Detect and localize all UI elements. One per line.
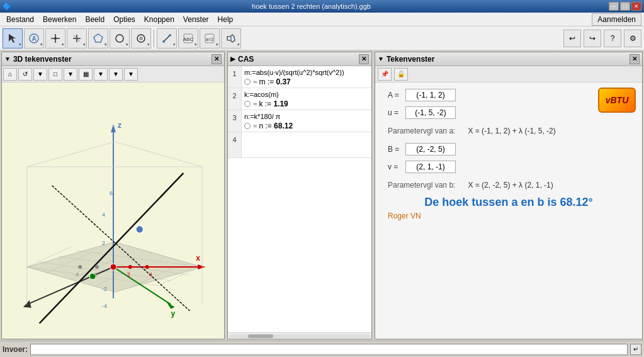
titlebar-icon: 🔷	[3, 3, 11, 11]
titlebar-title: hoek tussen 2 rechten (analytisch).ggb	[252, 3, 371, 10]
cas-row-3-content[interactable]: n:=k*180/ π ≈ n := 68.12	[242, 110, 371, 132]
canvas-3d[interactable]: z y x	[2, 82, 224, 339]
menu-bewerken[interactable]: Bewerken	[39, 14, 80, 25]
redo-button[interactable]: ↪	[584, 30, 601, 47]
aanmelden-button[interactable]: Aanmelden	[592, 13, 641, 26]
cas-triangle-icon: ▶	[230, 55, 235, 62]
label-A: A =	[388, 91, 400, 99]
cas-row-2-radio[interactable]	[244, 101, 251, 107]
panel-tek-close[interactable]: ✕	[630, 54, 640, 64]
svg-point-13	[162, 40, 165, 43]
menubar-items: Bestand Bewerken Beeld Opties Knoppen Ve…	[3, 14, 237, 25]
svg-text:-4: -4	[74, 271, 79, 278]
cas-row-4-content[interactable]	[242, 132, 371, 157]
param-a-line: Parametervgl van a: X = (-1, 1, 2) + λ (…	[388, 127, 630, 135]
tek-row-A: A = (-1, 1, 2)	[388, 89, 630, 101]
vbtu-badge: vBTU	[598, 88, 636, 113]
cas-row-2-result: ≈ k := 1.19	[253, 99, 288, 108]
transform-tool-button[interactable]: ▾	[67, 28, 87, 48]
menu-beeld[interactable]: Beeld	[81, 14, 108, 25]
svg-text:y: y	[171, 309, 175, 318]
circle-tool-button[interactable]: ▾	[110, 28, 130, 48]
panel-3d-toolbar: ⌂ ↺ ▼ □ ▼ ▦ ▼ ▼ ▼	[2, 66, 224, 82]
cas-row-1-content[interactable]: m:=abs(u·v)/(sqrt(u^2)*sqrt(v^2)) ≈ m :=…	[242, 66, 371, 88]
maximize-button[interactable]: □	[620, 2, 630, 11]
param-a-eq: X = (-1, 1, 2) + λ (-1, 5, -2)	[468, 127, 555, 135]
menu-bestand[interactable]: Bestand	[3, 14, 38, 25]
measure-tool-button[interactable]: ▾	[157, 28, 177, 48]
slider-tool-button[interactable]: ▾	[221, 28, 241, 48]
grid-button[interactable]: ▦	[79, 68, 93, 81]
cas-row-1-num: 1	[228, 66, 242, 88]
svg-text:2: 2	[127, 271, 130, 278]
minimize-button[interactable]: ─	[609, 2, 619, 11]
svg-point-65	[78, 265, 82, 269]
conic-tool-button[interactable]: ▾	[131, 28, 151, 48]
svg-text:4: 4	[102, 212, 105, 218]
select-tool-button[interactable]: ▾	[3, 28, 23, 48]
svg-text:2: 2	[102, 240, 105, 246]
svg-point-10	[137, 35, 145, 42]
cas-row-3-result: ≈ n := 68.12	[253, 122, 293, 130]
invoer-submit-button[interactable]: ↵	[630, 344, 641, 355]
cas-scroll-track	[229, 334, 370, 338]
svg-line-12	[164, 35, 170, 42]
svg-text:-2: -2	[102, 286, 107, 292]
polygon-tool-button[interactable]: ▾	[88, 28, 108, 48]
svg-text:ABC: ABC	[183, 37, 194, 42]
tek-row-u: u = (-1, 5, -2)	[388, 106, 630, 119]
svg-text:z: z	[118, 121, 121, 130]
svg-text:a=2: a=2	[206, 37, 213, 42]
tek-unlock-button[interactable]: 🔓	[394, 68, 408, 81]
cas-row-4[interactable]: 4	[228, 132, 371, 158]
value-A[interactable]: (-1, 1, 2)	[405, 89, 456, 101]
svg-point-14	[169, 34, 171, 37]
value-v[interactable]: (2, 1, -1)	[405, 161, 456, 173]
rotate-left-button[interactable]: ↺	[18, 68, 32, 81]
svg-point-62	[128, 265, 132, 269]
cas-row-2-content[interactable]: k:=acos(m) ≈ k := 1.19	[242, 88, 371, 110]
cas-row-1-input: m:=abs(u·v)/(sqrt(u^2)*sqrt(v^2))	[244, 67, 369, 77]
roger-text: Roger VN	[388, 212, 630, 220]
grid-dropdown[interactable]: ▼	[94, 68, 108, 81]
cas-row-3-radio[interactable]	[244, 123, 251, 129]
help-button[interactable]: ?	[604, 30, 621, 47]
cas-row-3-num: 3	[228, 110, 242, 132]
hoek-text: De hoek tussen a en b is 68.12°	[388, 196, 630, 209]
cas-row-2-output: ≈ k := 1.19	[244, 99, 369, 108]
cas-row-3-input: n:=k*180/ π	[244, 111, 369, 122]
label-v: v =	[388, 162, 400, 171]
close-button[interactable]: ✕	[631, 2, 641, 11]
menu-opties[interactable]: Opties	[110, 14, 139, 25]
panel-cas-close[interactable]: ✕	[359, 54, 369, 64]
svg-text:x: x	[196, 254, 200, 263]
home-button[interactable]: ⌂	[3, 68, 17, 81]
panel-tekenvenster: ▼ Tekenvenster ✕ 📌 🔓 vBTU A = (-1, 1, 2)…	[375, 52, 643, 339]
value-B[interactable]: (2, -2, 5)	[405, 143, 456, 156]
tek-section-a: A = (-1, 1, 2) u = (-1, 5, -2)	[388, 89, 630, 119]
undo-button[interactable]: ↩	[563, 30, 581, 47]
value-u[interactable]: (-1, 5, -2)	[405, 106, 456, 119]
tek-pin-button[interactable]: 📌	[378, 68, 392, 81]
rotate-dropdown[interactable]: ▼	[33, 68, 47, 81]
plane-button[interactable]: □	[48, 68, 62, 81]
plane-dropdown[interactable]: ▼	[64, 68, 77, 81]
param-b-label: Parametervgl van b:	[388, 181, 455, 190]
cas-scroll-thumb[interactable]	[248, 334, 273, 338]
menu-help[interactable]: Help	[214, 14, 237, 25]
settings-button[interactable]: ⚙	[624, 30, 641, 47]
point2-tool-button[interactable]: ABC ▾	[178, 28, 198, 48]
invoer-input[interactable]	[30, 344, 628, 355]
svg-point-4	[54, 37, 57, 40]
point-tool-button[interactable]: ▾	[45, 28, 65, 48]
text-tool-button[interactable]: A ▾	[24, 28, 44, 48]
menu-venster[interactable]: Venster	[179, 14, 213, 25]
cas-row-1-radio[interactable]	[244, 79, 251, 85]
menu-knoppen[interactable]: Knoppen	[140, 14, 178, 25]
view3d-dropdown[interactable]: ▼	[124, 68, 138, 81]
panel-3d-close[interactable]: ✕	[212, 54, 222, 64]
view3d-button[interactable]: ▼	[109, 68, 123, 81]
cas-row-4-num: 4	[228, 132, 242, 157]
cas-scrollbar[interactable]	[228, 332, 371, 339]
text2-tool-button[interactable]: a=2 ▾	[200, 28, 220, 48]
